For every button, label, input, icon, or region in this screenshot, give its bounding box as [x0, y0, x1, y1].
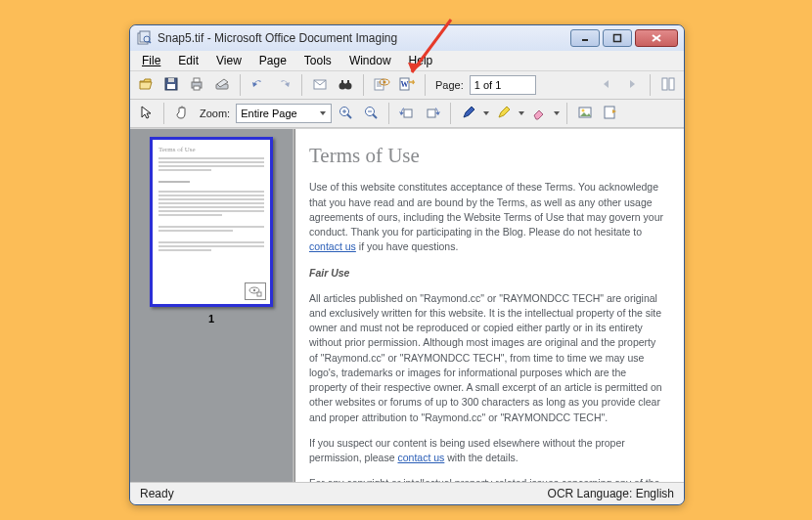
svg-rect-12: [194, 78, 200, 82]
menu-file[interactable]: File: [134, 52, 168, 69]
annotations-button[interactable]: [599, 102, 622, 125]
mail-icon: [312, 76, 328, 94]
separator: [163, 103, 164, 124]
separator: [425, 74, 426, 96]
svg-rect-20: [347, 80, 349, 83]
contact-link[interactable]: contact us: [309, 240, 356, 252]
svg-line-36: [373, 114, 377, 118]
binoculars-icon: [338, 76, 353, 94]
menu-tools[interactable]: Tools: [296, 52, 339, 69]
pen-blue-button[interactable]: [457, 102, 480, 125]
svg-text:W: W: [401, 80, 409, 89]
scanner-icon: [214, 76, 230, 94]
select-tool-button[interactable]: [134, 102, 158, 125]
menu-view[interactable]: View: [208, 52, 249, 69]
separator: [450, 103, 451, 124]
svg-line-32: [347, 114, 351, 118]
doc-paragraph: Use of this website constitutes acceptan…: [309, 180, 666, 254]
toolbar-view: Zoom: Entire Page: [130, 100, 684, 128]
rotate-left-button[interactable]: [395, 102, 419, 125]
svg-rect-13: [194, 86, 200, 90]
window-title: Snap5.tif - Microsoft Office Document Im…: [158, 31, 564, 45]
close-button[interactable]: [635, 29, 678, 47]
triangle-right-icon: [627, 79, 637, 91]
picture-icon: [577, 105, 593, 122]
page-thumbnail[interactable]: Terms of Use: [150, 137, 273, 307]
separator: [240, 74, 241, 96]
svg-rect-18: [344, 84, 347, 86]
svg-rect-29: [662, 78, 667, 90]
eraser-icon: [531, 105, 547, 122]
next-page-button[interactable]: [620, 73, 644, 97]
zoom-label: Zoom:: [196, 108, 234, 119]
svg-rect-39: [428, 109, 435, 117]
separator: [650, 74, 651, 96]
zoom-combo[interactable]: Entire Page: [236, 104, 332, 123]
status-right: OCR Language: English: [548, 487, 674, 500]
insert-picture-button[interactable]: [573, 102, 597, 125]
svg-line-3: [149, 41, 151, 43]
send-to-word-button[interactable]: W: [395, 73, 419, 97]
menu-edit[interactable]: Edit: [170, 52, 206, 69]
ocr-eye-icon: [373, 76, 390, 94]
separator: [388, 103, 389, 124]
open-button[interactable]: [134, 73, 158, 97]
zoom-in-icon: [338, 105, 353, 122]
print-button[interactable]: [185, 73, 208, 97]
highlighter-icon: [496, 105, 512, 122]
scan-button[interactable]: [210, 73, 234, 97]
page-indicator[interactable]: 1 of 1: [470, 75, 536, 95]
svg-point-26: [383, 81, 386, 84]
menu-page[interactable]: Page: [251, 52, 294, 69]
folder-open-icon: [138, 76, 154, 94]
contact-link[interactable]: contact us: [397, 452, 444, 463]
separator: [301, 74, 302, 96]
cursor-icon: [138, 105, 154, 122]
zoom-out-button[interactable]: [359, 102, 383, 125]
redo-button[interactable]: [272, 73, 295, 97]
doc-paragraph: All articles published on "Raymond.cc" o…: [309, 291, 666, 425]
undo-icon: [250, 76, 266, 94]
pan-tool-button[interactable]: [170, 102, 194, 125]
svg-rect-9: [168, 78, 174, 82]
status-left: Ready: [140, 487, 174, 500]
thumbnail-ocr-badge-icon: [245, 282, 266, 300]
ocr-button[interactable]: [370, 73, 393, 97]
separator: [566, 103, 567, 124]
svg-rect-19: [341, 80, 343, 83]
titlebar: Snap5.tif - Microsoft Office Document Im…: [130, 25, 684, 51]
zoom-in-button[interactable]: [334, 102, 357, 125]
maximize-button[interactable]: [603, 29, 632, 47]
find-button[interactable]: [334, 73, 357, 97]
svg-rect-45: [257, 292, 261, 296]
page-label: Page:: [431, 79, 468, 91]
menu-window[interactable]: Window: [341, 52, 399, 69]
printer-icon: [189, 76, 204, 94]
svg-rect-30: [669, 78, 674, 90]
rotate-right-button[interactable]: [421, 102, 444, 125]
save-button[interactable]: [159, 73, 183, 97]
work-area: Terms of Use 1 Terms of Use: [130, 128, 684, 482]
separator: [363, 74, 364, 96]
highlighter-button[interactable]: [492, 102, 516, 125]
doc-paragraph: If you suspect our content is being used…: [309, 436, 666, 465]
eraser-button[interactable]: [527, 102, 551, 125]
svg-point-41: [582, 109, 585, 112]
svg-point-44: [253, 288, 255, 290]
undo-button[interactable]: [247, 73, 270, 97]
statusbar: Ready OCR Language: English: [130, 482, 684, 504]
highlighter-dropdown[interactable]: [518, 109, 525, 117]
eraser-dropdown[interactable]: [553, 109, 561, 117]
pen-blue-dropdown[interactable]: [482, 109, 490, 117]
floppy-icon: [163, 76, 179, 94]
rotate-left-icon: [399, 105, 415, 122]
reading-view-button[interactable]: [656, 73, 680, 97]
send-word-icon: W: [398, 76, 416, 94]
dropdown-icon: [319, 108, 327, 119]
prev-page-button[interactable]: [595, 73, 618, 97]
app-icon: [136, 30, 152, 46]
menu-help[interactable]: Help: [401, 52, 441, 69]
mail-button[interactable]: [308, 73, 332, 97]
minimize-button[interactable]: [570, 29, 600, 47]
document-pane[interactable]: Terms of Use Use of this website constit…: [294, 129, 684, 482]
